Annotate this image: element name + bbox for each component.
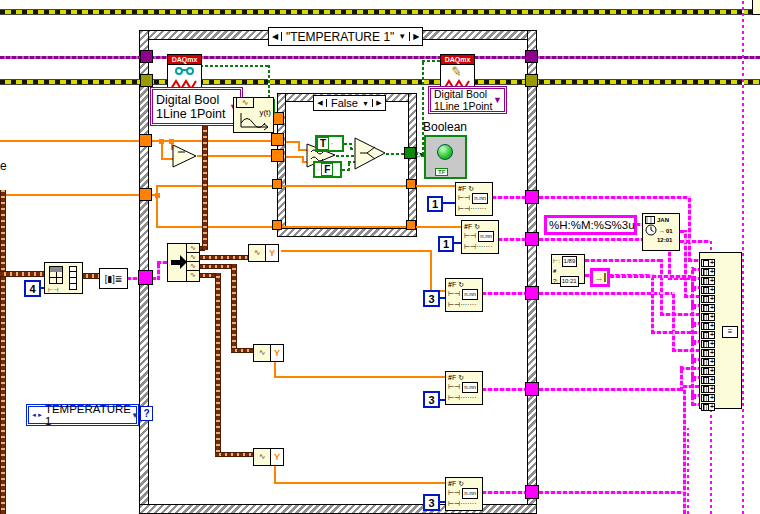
tunnel-orange[interactable]: [139, 188, 152, 201]
tunnel-orange[interactable]: [272, 179, 282, 189]
build-array-input[interactable]: +: [701, 304, 715, 312]
string-wire[interactable]: [688, 196, 691, 262]
build-array-input[interactable]: +: [701, 322, 715, 330]
waveform-wire[interactable]: [202, 119, 208, 250]
waveform-wire[interactable]: [199, 264, 235, 269]
string-wire[interactable]: [482, 388, 528, 391]
digits-constant-1a[interactable]: 1: [427, 196, 443, 212]
enum-cycle-icon[interactable]: ◄►: [27, 412, 45, 418]
waveform-array-wire[interactable]: [82, 273, 100, 279]
case-selector-dropdown-icon[interactable]: ▼: [398, 32, 409, 41]
boolean-indicator[interactable]: TF: [424, 135, 467, 179]
digits-constant-3d[interactable]: 3: [423, 391, 440, 408]
true-constant[interactable]: T ·: [315, 135, 344, 152]
select-function[interactable]: [354, 137, 388, 171]
build-array-input[interactable]: +: [701, 277, 715, 285]
case-selector-label[interactable]: ◀ "TEMPERATURE 1" ▼ ▶: [268, 27, 423, 46]
tunnel-error[interactable]: [140, 74, 153, 87]
string-wire[interactable]: [482, 491, 528, 494]
orange-wire[interactable]: [286, 156, 303, 158]
orange-wire[interactable]: [274, 482, 445, 484]
tunnel-orange[interactable]: [271, 149, 284, 162]
index-constant-4[interactable]: 4: [24, 280, 41, 297]
inner-case-selector-dropdown-icon[interactable]: ▼: [362, 100, 372, 107]
format-datetime-node[interactable]: JAN → 01 12:01: [642, 213, 680, 251]
channel-selector-right[interactable]: Digital Bool 1Line 1Point ▼: [428, 86, 507, 114]
build-array-input[interactable]: +: [701, 259, 715, 267]
orange-wire[interactable]: [0, 194, 158, 196]
enum-value[interactable]: TEMPERATURE 1: [45, 403, 131, 427]
tunnel-error[interactable]: [525, 74, 538, 87]
string-wire[interactable]: [539, 388, 682, 391]
inner-case-next-arrow[interactable]: ▶: [372, 99, 385, 107]
string-wire[interactable]: [482, 292, 528, 295]
enum-dropdown-icon[interactable]: ▼: [131, 411, 143, 420]
channel-selector-left[interactable]: Digital Bool 1Line 1Point ▼: [150, 87, 243, 126]
build-array-input[interactable]: +: [701, 403, 715, 411]
build-array-input[interactable]: +: [701, 385, 715, 393]
unbundle-node[interactable]: ∿ ∿ ∿ ∿: [167, 243, 200, 282]
waveform-array-wire[interactable]: [0, 190, 6, 514]
string-wire[interactable]: [651, 274, 654, 334]
case-prev-arrow[interactable]: ◀: [269, 32, 282, 41]
tab-constant[interactable]: →: [590, 268, 610, 287]
string-wire[interactable]: [610, 275, 693, 278]
build-array-input[interactable]: +: [701, 286, 715, 294]
tunnel-task[interactable]: [140, 50, 153, 63]
index-array-node[interactable]: ⊢⊣: [44, 262, 83, 294]
waveform-yt-node[interactable]: ∿ y(t): [233, 97, 274, 133]
build-array-input[interactable]: +: [701, 331, 715, 339]
digits-constant-3c[interactable]: 3: [423, 290, 440, 307]
build-array-input[interactable]: +: [701, 358, 715, 366]
tunnel-string[interactable]: [525, 190, 539, 204]
case-selector-text[interactable]: "TEMPERATURE 1": [282, 30, 398, 44]
string-wire[interactable]: [660, 313, 700, 316]
orange-wire[interactable]: [281, 250, 432, 252]
tunnel-orange[interactable]: [271, 133, 284, 146]
case-next-arrow[interactable]: ▶: [409, 32, 422, 41]
tunnel-cluster[interactable]: [138, 270, 153, 285]
string-wire[interactable]: [539, 196, 690, 199]
boolean-wire[interactable]: [200, 65, 270, 67]
string-wire[interactable]: [498, 238, 528, 241]
waveform-wire[interactable]: [215, 273, 221, 456]
array-to-cluster-node[interactable]: [▮]≣: [99, 268, 128, 289]
build-array-input[interactable]: +: [701, 313, 715, 321]
build-array-input[interactable]: +: [701, 376, 715, 384]
string-wire[interactable]: [672, 349, 700, 352]
daqmx-read-node[interactable]: DAQmx: [167, 54, 202, 91]
waveform-y-node-2[interactable]: ∿ Y: [253, 344, 284, 362]
boolean-wire[interactable]: [336, 155, 356, 157]
build-array-input[interactable]: +: [701, 268, 715, 276]
string-wire[interactable]: [585, 259, 661, 262]
digits-constant-3e[interactable]: 3: [423, 494, 440, 511]
number-to-string-node-e[interactable]: #F ↻ ⊢⊣ n.nn ⊢⊣·······: [445, 477, 483, 511]
tunnel-orange[interactable]: [406, 220, 416, 230]
tunnel-boolean[interactable]: [404, 147, 416, 159]
build-array-node[interactable]: ≡ +++++++++++++++++: [699, 252, 742, 409]
string-wire[interactable]: [680, 240, 711, 243]
orange-wire[interactable]: [197, 155, 273, 157]
inner-case-selector-label[interactable]: ◀ False ▼ ▶: [313, 95, 386, 111]
daqmx-task-wire[interactable]: [0, 56, 760, 59]
waveform-wire[interactable]: [231, 264, 237, 352]
tunnel-orange[interactable]: [406, 179, 416, 189]
build-array-input[interactable]: +: [701, 295, 715, 303]
string-wire[interactable]: [672, 292, 675, 352]
orange-wire[interactable]: [274, 376, 445, 378]
build-array-input[interactable]: +: [701, 367, 715, 375]
inner-case-prev-arrow[interactable]: ◀: [314, 99, 327, 107]
number-to-string-node-a[interactable]: #F ↻ ⊢⊣ n.nn ⊢⊣·······: [455, 182, 493, 216]
waveform-wire[interactable]: [231, 348, 255, 353]
string-wire[interactable]: [492, 196, 528, 199]
inner-case-border-bottom[interactable]: [277, 228, 417, 237]
int-wire[interactable]: [442, 202, 455, 204]
int-wire[interactable]: [453, 242, 461, 244]
number-to-string-node-d[interactable]: #F ↻ ⊢⊣ n.nn ⊢⊣·······: [445, 371, 483, 405]
error-wire[interactable]: [0, 9, 760, 15]
inner-case-selector-text[interactable]: False: [327, 97, 362, 109]
waveform-y-node-1[interactable]: ∿ Y: [248, 244, 279, 262]
dropdown-arrow-icon[interactable]: ▼: [493, 94, 506, 106]
string-wire[interactable]: [683, 385, 686, 514]
tunnel-orange[interactable]: [139, 134, 152, 147]
